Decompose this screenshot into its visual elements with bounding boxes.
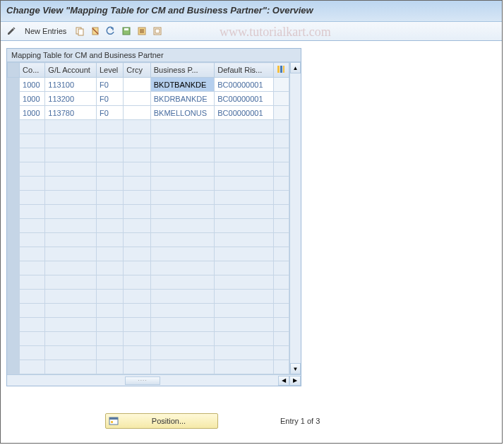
cell-empty[interactable] bbox=[96, 290, 123, 304]
table-row[interactable] bbox=[8, 177, 289, 191]
cell-empty[interactable] bbox=[96, 360, 123, 374]
row-selector[interactable] bbox=[8, 92, 20, 106]
cell-empty[interactable] bbox=[20, 205, 45, 219]
select-all-icon[interactable] bbox=[136, 25, 148, 37]
new-entries-button[interactable]: New Entries bbox=[20, 25, 71, 37]
cell-empty[interactable] bbox=[150, 134, 215, 148]
cell-empty[interactable] bbox=[45, 177, 97, 191]
cell-empty[interactable] bbox=[124, 290, 150, 304]
cell-empty[interactable] bbox=[150, 191, 215, 205]
cell-empty[interactable] bbox=[150, 318, 215, 332]
table-row[interactable] bbox=[8, 219, 289, 233]
row-selector[interactable] bbox=[8, 134, 20, 148]
table-row[interactable] bbox=[8, 360, 289, 374]
cell-empty[interactable] bbox=[20, 318, 45, 332]
cell-empty[interactable] bbox=[215, 120, 273, 134]
cell-empty[interactable] bbox=[215, 275, 273, 290]
scroll-track[interactable] bbox=[290, 73, 301, 363]
col-header-currency[interactable]: Crcy bbox=[124, 63, 150, 78]
row-selector[interactable] bbox=[8, 318, 20, 332]
cell-empty[interactable] bbox=[20, 360, 45, 374]
cell-empty[interactable] bbox=[150, 162, 215, 177]
cell-empty[interactable] bbox=[150, 346, 215, 360]
hscroll-thumb[interactable]: ∙∙∙∙ bbox=[125, 376, 160, 385]
scroll-right-arrow[interactable]: ▶ bbox=[289, 376, 301, 386]
cell-empty[interactable] bbox=[45, 290, 97, 304]
cell-empty[interactable] bbox=[96, 120, 123, 134]
cell-default-risk[interactable]: BC00000001 bbox=[215, 78, 273, 92]
cell-empty[interactable] bbox=[20, 134, 45, 148]
cell-empty[interactable] bbox=[96, 346, 123, 360]
cell-empty[interactable] bbox=[96, 205, 123, 219]
cell-empty[interactable] bbox=[96, 233, 123, 247]
table-row[interactable] bbox=[8, 318, 289, 332]
cell-company[interactable]: 1000 bbox=[20, 106, 45, 120]
row-selector[interactable] bbox=[8, 191, 20, 205]
cell-empty[interactable] bbox=[124, 318, 150, 332]
cell-empty[interactable] bbox=[96, 332, 123, 346]
config-column-icon[interactable] bbox=[273, 63, 289, 78]
cell-empty[interactable] bbox=[45, 304, 97, 318]
cell-empty[interactable] bbox=[45, 247, 97, 261]
cell-empty[interactable] bbox=[150, 304, 215, 318]
cell-empty[interactable] bbox=[124, 120, 150, 134]
cell-empty[interactable] bbox=[45, 219, 97, 233]
cell-empty[interactable] bbox=[45, 134, 97, 148]
cell-empty[interactable] bbox=[215, 360, 273, 374]
delete-icon[interactable] bbox=[89, 25, 102, 37]
cell-empty[interactable] bbox=[124, 148, 150, 162]
cell-business-partner[interactable]: BKDTBANKDE bbox=[150, 78, 215, 92]
cell-empty[interactable] bbox=[96, 247, 123, 261]
cell-level[interactable]: F0 bbox=[96, 92, 123, 106]
cell-company[interactable]: 1000 bbox=[20, 78, 45, 92]
table-row[interactable] bbox=[8, 261, 289, 275]
cell-currency[interactable] bbox=[124, 92, 150, 106]
position-button[interactable]: Position... bbox=[105, 413, 218, 429]
cell-empty[interactable] bbox=[215, 162, 273, 177]
cell-empty[interactable] bbox=[45, 275, 97, 290]
cell-business-partner[interactable]: BKMELLONUS bbox=[150, 106, 215, 120]
cell-empty[interactable] bbox=[20, 261, 45, 275]
table-row[interactable] bbox=[8, 233, 289, 247]
row-selector[interactable] bbox=[8, 346, 20, 360]
scroll-up-arrow[interactable]: ▲ bbox=[290, 62, 301, 73]
cell-empty[interactable] bbox=[96, 177, 123, 191]
cell-empty[interactable] bbox=[124, 304, 150, 318]
cell-empty[interactable] bbox=[150, 332, 215, 346]
table-row[interactable] bbox=[8, 247, 289, 261]
scroll-left-arrow[interactable]: ◀ bbox=[278, 376, 289, 386]
cell-empty[interactable] bbox=[215, 177, 273, 191]
cell-empty[interactable] bbox=[45, 360, 97, 374]
cell-empty[interactable] bbox=[150, 360, 215, 374]
cell-empty[interactable] bbox=[45, 120, 97, 134]
cell-empty[interactable] bbox=[96, 261, 123, 275]
cell-empty[interactable] bbox=[215, 261, 273, 275]
cell-empty[interactable] bbox=[45, 162, 97, 177]
cell-level[interactable]: F0 bbox=[96, 78, 123, 92]
cell-empty[interactable] bbox=[45, 332, 97, 346]
cell-company[interactable]: 1000 bbox=[20, 92, 45, 106]
cell-currency[interactable] bbox=[124, 106, 150, 120]
col-header-company[interactable]: Co... bbox=[20, 63, 45, 78]
cell-empty[interactable] bbox=[124, 134, 150, 148]
cell-empty[interactable] bbox=[96, 148, 123, 162]
cell-empty[interactable] bbox=[96, 134, 123, 148]
data-grid[interactable]: Co... G/L Account Level Crcy Business P.… bbox=[7, 62, 289, 374]
deselect-all-icon[interactable] bbox=[151, 25, 164, 37]
undo-icon[interactable] bbox=[104, 25, 117, 37]
cell-empty[interactable] bbox=[96, 219, 123, 233]
copy-icon[interactable] bbox=[73, 25, 86, 37]
row-selector[interactable] bbox=[8, 120, 20, 134]
cell-empty[interactable] bbox=[20, 233, 45, 247]
table-row[interactable]: 1000113100F0BKDTBANKDEBC00000001 bbox=[8, 78, 289, 92]
cell-empty[interactable] bbox=[20, 275, 45, 290]
cell-empty[interactable] bbox=[124, 346, 150, 360]
cell-empty[interactable] bbox=[215, 346, 273, 360]
col-header-level[interactable]: Level bbox=[96, 63, 123, 78]
cell-empty[interactable] bbox=[20, 247, 45, 261]
cell-empty[interactable] bbox=[215, 205, 273, 219]
cell-default-risk[interactable]: BC00000001 bbox=[215, 92, 273, 106]
horizontal-scrollbar[interactable]: ∙∙∙∙ ◀ ▶ bbox=[7, 374, 301, 386]
table-row[interactable] bbox=[8, 162, 289, 177]
col-header-gl-account[interactable]: G/L Account bbox=[45, 63, 97, 78]
